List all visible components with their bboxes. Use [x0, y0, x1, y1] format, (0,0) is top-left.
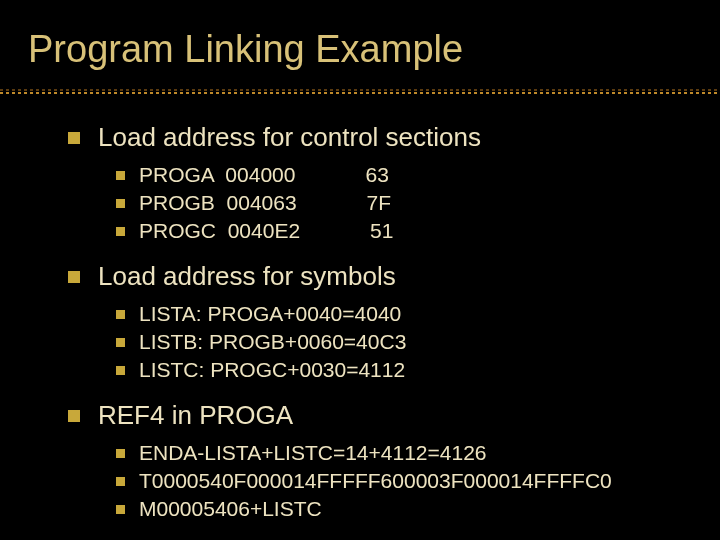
level2-text: LISTA: PROGA+0040=4040	[139, 302, 401, 326]
level2-text: LISTC: PROGC+0030=4112	[139, 358, 405, 382]
square-bullet-icon	[116, 505, 125, 514]
level2-text: PROGB 004063 7F	[139, 191, 391, 215]
level2-text: M00005406+LISTC	[139, 497, 322, 521]
sublist: LISTA: PROGA+0040=4040 LISTB: PROGB+0060…	[68, 302, 680, 382]
square-bullet-icon	[68, 410, 80, 422]
level1-text: Load address for symbols	[98, 261, 396, 292]
square-bullet-icon	[116, 477, 125, 486]
square-bullet-icon	[116, 171, 125, 180]
title-rule	[0, 89, 720, 94]
square-bullet-icon	[116, 449, 125, 458]
square-bullet-icon	[116, 310, 125, 319]
sublist: ENDA-LISTA+LISTC=14+4112=4126 T0000540F0…	[68, 441, 680, 521]
bullet-level2: PROGC 0040E2 51	[116, 219, 680, 243]
square-bullet-icon	[116, 338, 125, 347]
slide-content: Load address for control sections PROGA …	[0, 94, 720, 521]
level2-text: LISTB: PROGB+0060=40C3	[139, 330, 406, 354]
square-bullet-icon	[116, 366, 125, 375]
square-bullet-icon	[68, 271, 80, 283]
square-bullet-icon	[116, 227, 125, 236]
sublist: PROGA 004000 63 PROGB 004063 7F PROGC 00…	[68, 163, 680, 243]
bullet-level2: LISTC: PROGC+0030=4112	[116, 358, 680, 382]
bullet-level2: PROGA 004000 63	[116, 163, 680, 187]
bullet-level1: REF4 in PROGA	[68, 400, 680, 431]
bullet-level2: PROGB 004063 7F	[116, 191, 680, 215]
bullet-level2: LISTB: PROGB+0060=40C3	[116, 330, 680, 354]
level2-text: T0000540F000014FFFFF600003F000014FFFFC0	[139, 469, 612, 493]
slide-title: Program Linking Example	[0, 0, 720, 71]
bullet-level2: ENDA-LISTA+LISTC=14+4112=4126	[116, 441, 680, 465]
bullet-level2: M00005406+LISTC	[116, 497, 680, 521]
square-bullet-icon	[116, 199, 125, 208]
level2-text: PROGC 0040E2 51	[139, 219, 393, 243]
level2-text: PROGA 004000 63	[139, 163, 389, 187]
square-bullet-icon	[68, 132, 80, 144]
bullet-level1: Load address for symbols	[68, 261, 680, 292]
level1-text: REF4 in PROGA	[98, 400, 293, 431]
bullet-level2: LISTA: PROGA+0040=4040	[116, 302, 680, 326]
level2-text: ENDA-LISTA+LISTC=14+4112=4126	[139, 441, 487, 465]
bullet-level2: T0000540F000014FFFFF600003F000014FFFFC0	[116, 469, 680, 493]
level1-text: Load address for control sections	[98, 122, 481, 153]
bullet-level1: Load address for control sections	[68, 122, 680, 153]
